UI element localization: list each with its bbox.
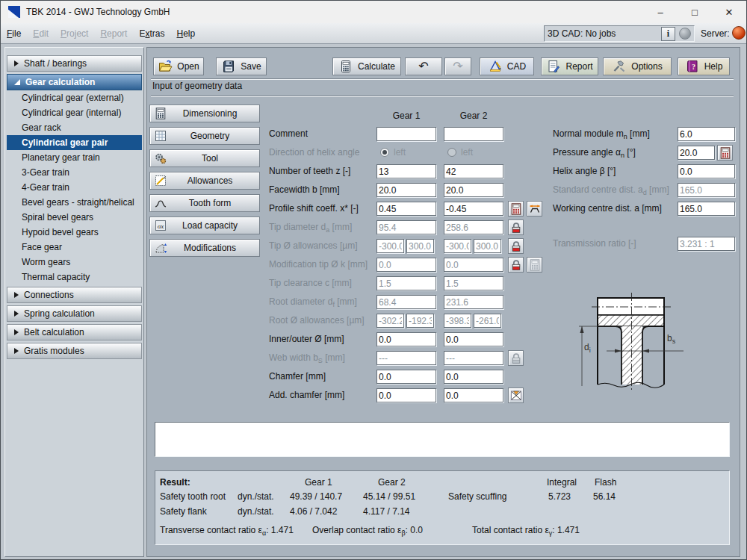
sidebar-item-cylindrical-gear-external[interactable]: Cylindrical gear (external)	[5, 90, 143, 105]
calculate-button[interactable]: Calculate	[332, 57, 401, 75]
gear2-tip-allowances-m-upper-input	[474, 239, 501, 253]
calc-small-icon-button[interactable]	[717, 145, 733, 161]
pressure-angle-input[interactable]	[678, 146, 715, 160]
gear1-tip-diameter-d-mm-input	[376, 220, 436, 234]
sidebar-item-hypoid-bevel-gears[interactable]: Hypoid bevel gears	[5, 225, 143, 240]
dim-di-label: di	[584, 342, 591, 354]
options-button[interactable]: Options	[603, 57, 672, 75]
sidebar-item-gear-rack[interactable]: Gear rack	[5, 120, 143, 135]
working-centre-dist-a-mm-input[interactable]	[678, 202, 735, 216]
sidebar-section-belt-calculation[interactable]: Belt calculation	[7, 324, 142, 340]
label-standard-centre-dist-a-mm: Standard centre dist. ad [mm]	[553, 184, 669, 196]
nav-tool-button[interactable]: Tool	[149, 149, 260, 167]
nav-geometry-button[interactable]: Geometry	[149, 127, 260, 145]
sidebar-section-label: Spring calculation	[24, 308, 95, 319]
lock-red-icon-button[interactable]	[508, 238, 524, 254]
gear2-modification-tip-k-mm-input	[444, 258, 503, 272]
sidebar-item-cylindrical-gear-pair[interactable]: Cylindrical gear pair	[7, 135, 142, 150]
result-header-flash: Flash	[595, 477, 616, 488]
result-cell-safety-flank-0: Safety flank	[160, 506, 207, 517]
cad-icon	[488, 59, 503, 74]
gear2-comment-input[interactable]	[444, 127, 503, 141]
sidebar-item-worm-gears[interactable]: Worm gears	[5, 255, 143, 270]
dim-bs-label: bs	[667, 333, 675, 345]
label-profile-shift-coeff-x: Profile shift coeff. x* [-]	[269, 203, 359, 214]
gear2-add-chamfer-mm-input[interactable]	[444, 388, 503, 402]
label-root-diameter-d-mm: Root diameter df [mm]	[269, 296, 357, 308]
close-button[interactable]: ✕	[712, 1, 746, 23]
gear2-number-of-teeth-z-input[interactable]	[444, 164, 503, 178]
label-add-chamfer-mm: Add. chamfer [mm]	[269, 390, 344, 400]
sidebar-section-spring-calculation[interactable]: Spring calculation	[7, 305, 142, 322]
centre-distance-icon-button[interactable]	[527, 201, 542, 217]
nav-tooth-form-button[interactable]: Tooth form	[149, 194, 260, 212]
undo-button[interactable]: ↶	[405, 57, 442, 75]
cad-button-label: CAD	[507, 61, 526, 72]
help-button[interactable]: ?Help	[678, 57, 730, 75]
nav-allowances-button[interactable]: Allowances	[149, 172, 260, 190]
gear2-helix-left-radio	[447, 148, 456, 157]
sidebar-section-shaft-bearings[interactable]: Shaft / bearings	[7, 55, 142, 72]
label-helix-angle: Helix angle β [°]	[553, 166, 616, 176]
menu-item-report: Report	[100, 28, 127, 39]
nav-load-capacity-button[interactable]: σxLoad capacity	[149, 217, 260, 234]
gear1-inner-outer-mm-input[interactable]	[376, 332, 436, 346]
menu-item-help[interactable]: Help	[176, 28, 195, 39]
gear-cross-section-drawing: di bs	[569, 284, 696, 396]
open-button[interactable]: Open	[153, 57, 204, 75]
gear2-profile-shift-coeff-x-input[interactable]	[444, 202, 503, 216]
result-footer-1: Overlap contact ratio εβ: 0.0	[312, 525, 423, 537]
collapsed-triangle-icon	[14, 329, 19, 335]
menu-item-file[interactable]: File	[7, 28, 21, 39]
sidebar-section-gear-calculation[interactable]: Gear calculation	[7, 74, 142, 90]
app-window: TBK 2014 - GWJ Technology GmbH – □ ✕ Fil…	[0, 0, 747, 560]
sidebar-item-3-gear-train[interactable]: 3-Gear train	[5, 165, 143, 180]
allowances-icon	[153, 173, 168, 188]
gear2-inner-outer-mm-input[interactable]	[444, 332, 503, 346]
sidebar-item-thermal-capacity[interactable]: Thermal capacity	[5, 270, 143, 284]
label-transmission-ratio: Transmission ratio [-]	[553, 238, 636, 249]
menu-item-extras[interactable]: Extras	[139, 28, 164, 39]
save-button-label: Save	[241, 61, 261, 72]
gear1-comment-input[interactable]	[376, 127, 436, 141]
gear1-profile-shift-coeff-x-input[interactable]	[376, 202, 436, 216]
maximize-button[interactable]: □	[678, 1, 712, 23]
gear1-number-of-teeth-z-input[interactable]	[376, 164, 436, 178]
save-button[interactable]: Save	[216, 57, 267, 75]
lock-red-icon-button[interactable]	[508, 220, 524, 235]
gear1-add-chamfer-mm-input[interactable]	[376, 388, 436, 402]
result-footer-0: Transverse contact ratio εα: 1.471	[160, 525, 294, 537]
nav-modifications-button[interactable]: Modifications	[149, 239, 260, 257]
nav-dimensioning-button[interactable]: Dimensioning	[149, 105, 260, 122]
calc-small-icon-button[interactable]	[508, 201, 524, 217]
sidebar-section-connections[interactable]: Connections	[7, 287, 142, 303]
sidebar-item-spiral-bevel-gears[interactable]: Spiral bevel gears	[5, 210, 143, 225]
helix-angle-input[interactable]	[678, 164, 735, 178]
nav-button-label: Allowances	[168, 175, 252, 186]
redo-icon: ↷	[450, 59, 465, 74]
report-button[interactable]: Report	[541, 57, 598, 75]
nav-button-label: Modifications	[168, 243, 252, 253]
info-button[interactable]: i	[661, 27, 675, 41]
gear1-facewidth-b-mm-input[interactable]	[376, 183, 436, 197]
chamfer-icon-button[interactable]	[508, 388, 524, 403]
sidebar-item-face-gear[interactable]: Face gear	[5, 240, 143, 255]
lock-gray-icon-button[interactable]	[508, 350, 524, 366]
help-button-label: Help	[704, 61, 723, 72]
sidebar-section-gratis-modules[interactable]: Gratis modules	[7, 343, 142, 359]
gear2-facewidth-b-mm-input[interactable]	[444, 183, 503, 197]
lock-red-icon-button[interactable]	[508, 257, 524, 273]
expanded-triangle-icon	[14, 79, 20, 85]
load-capacity-icon: σx	[153, 218, 168, 233]
gear1-chamfer-mm-input[interactable]	[376, 370, 436, 384]
gear2-chamfer-mm-input[interactable]	[444, 370, 503, 384]
result-cell-safety-tooth-root-1: dyn./stat.	[238, 491, 274, 502]
normal-module-m-mm-input[interactable]	[678, 127, 735, 141]
sidebar-item-4-gear-train[interactable]: 4-Gear train	[5, 180, 143, 195]
sidebar-item-planetary-gear-train[interactable]: Planetary gear train	[5, 150, 143, 165]
gear2-tip-clearance-c-mm-input	[444, 276, 503, 290]
sidebar-item-bevel-gears-straight-helical[interactable]: Bevel gears - straight/helical	[5, 195, 143, 210]
sidebar-item-cylindrical-gear-internal[interactable]: Cylindrical gear (internal)	[5, 105, 143, 120]
minimize-button[interactable]: –	[643, 1, 678, 23]
cad-button[interactable]: CAD	[480, 57, 534, 75]
